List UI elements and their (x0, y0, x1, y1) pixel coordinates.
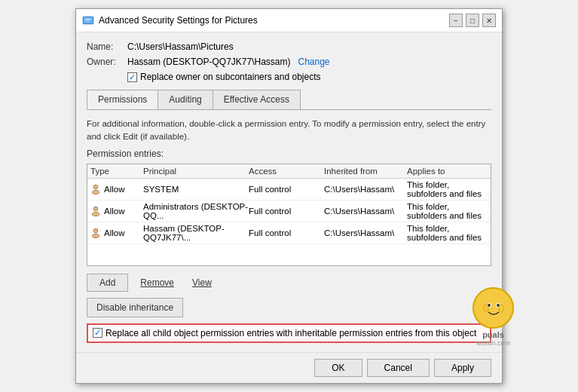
disable-inheritance-wrapper: Disable inheritance (87, 298, 491, 317)
maximize-button[interactable]: □ (466, 14, 479, 27)
owner-label: Owner: (87, 57, 124, 67)
replace-owner-label: Replace owner on subcontainers and objec… (140, 72, 320, 82)
table-row[interactable]: Allow Hassam (DESKTOP-QQ7JK77\... Full c… (87, 222, 491, 244)
remove-button[interactable]: Remove (134, 274, 180, 291)
user-icon (90, 206, 101, 216)
row1-applies: This folder, subfolders and files (407, 180, 488, 198)
user-icon (90, 228, 101, 238)
header-applies: Applies to (407, 167, 488, 176)
svg-rect-3 (85, 20, 90, 21)
description-text: For additional information, double-click… (87, 118, 491, 142)
header-principal: Principal (143, 167, 249, 176)
user-icon (90, 184, 101, 194)
title-controls: − □ ✕ (449, 14, 496, 27)
svg-point-6 (94, 185, 98, 188)
svg-point-11 (93, 212, 99, 216)
row3-applies: This folder, subfolders and files (407, 224, 488, 242)
close-button[interactable]: ✕ (482, 14, 496, 27)
apply-button[interactable]: Apply (434, 359, 491, 377)
header-type: Type (90, 167, 143, 176)
tab-effective-access[interactable]: Effective Access (213, 90, 301, 109)
table-row[interactable]: Allow Administrators (DESKTOP-QQ... Full… (87, 201, 491, 222)
header-access: Access (249, 167, 324, 176)
row1-principal: SYSTEM (143, 185, 249, 194)
row3-inherited: C:\Users\Hassam\ (324, 228, 407, 237)
replace-permissions-row: ✓ Replace all child object permission en… (87, 323, 491, 343)
permission-table: Type Principal Access Inherited from App… (87, 164, 491, 266)
title-bar: Advanced Security Settings for Pictures … (76, 9, 502, 32)
owner-row: Owner: Hassam (DESKTOP-QQ7JK77\Hassam) C… (87, 57, 491, 67)
main-content: Name: C:\Users\Hassam\Pictures Owner: Ha… (76, 32, 502, 351)
row2-applies: This folder, subfolders and files (407, 202, 488, 220)
name-label: Name: (87, 41, 124, 52)
svg-point-14 (94, 228, 98, 232)
perm-entries-label: Permission entries: (87, 149, 491, 159)
window-title: Advanced Security Settings for Pictures (99, 15, 449, 26)
view-button[interactable]: View (186, 274, 218, 291)
owner-value: Hassam (DESKTOP-QQ7JK77\Hassam) (127, 57, 291, 67)
replace-owner-row: ✓ Replace owner on subcontainers and obj… (127, 72, 491, 82)
row2-type: Allow (90, 206, 143, 216)
row2-principal: Administrators (DESKTOP-QQ... (143, 202, 249, 220)
svg-point-7 (93, 190, 99, 194)
bottom-buttons: OK Cancel Apply (76, 352, 502, 383)
name-value: C:\Users\Hassam\Pictures (127, 41, 234, 52)
svg-rect-2 (85, 19, 91, 20)
row1-access: Full control (249, 185, 324, 194)
table-header: Type Principal Access Inherited from App… (87, 164, 491, 179)
replace-owner-checkbox[interactable]: ✓ (127, 72, 137, 82)
svg-point-22 (499, 305, 503, 312)
add-button[interactable]: Add (87, 274, 128, 292)
row1-inherited: C:\Users\Hassam\ (324, 185, 407, 194)
row3-principal: Hassam (DESKTOP-QQ7JK77\... (143, 224, 249, 242)
tab-permissions[interactable]: Permissions (87, 90, 158, 109)
disable-inheritance-button[interactable]: Disable inheritance (87, 298, 183, 317)
row1-type: Allow (90, 184, 143, 194)
replace-permissions-checkbox[interactable]: ✓ (93, 328, 102, 338)
action-buttons-row: Add Remove View (87, 274, 491, 292)
tab-auditing[interactable]: Auditing (157, 90, 213, 109)
minimize-button[interactable]: − (449, 14, 463, 27)
svg-point-10 (94, 207, 98, 210)
row2-inherited: C:\Users\Hassam\ (324, 207, 407, 216)
tabs-row: Permissions Auditing Effective Access (87, 90, 491, 110)
row3-access: Full control (249, 228, 324, 237)
svg-point-15 (93, 234, 99, 237)
table-row[interactable]: Allow SYSTEM Full control C:\Users\Hassa… (87, 179, 491, 201)
watermark: puals wsxdn.com (472, 287, 514, 347)
change-link[interactable]: Change (298, 57, 330, 67)
ok-button[interactable]: OK (314, 359, 362, 377)
replace-permissions-label: Replace all child object permission entr… (106, 328, 476, 338)
main-window: Advanced Security Settings for Pictures … (75, 8, 503, 383)
svg-point-21 (484, 305, 488, 312)
row3-type: Allow (90, 228, 143, 238)
table-empty-space (87, 244, 491, 265)
name-row: Name: C:\Users\Hassam\Pictures (87, 41, 491, 52)
row2-access: Full control (249, 207, 324, 216)
cancel-button[interactable]: Cancel (367, 359, 430, 377)
window-icon (82, 14, 94, 26)
header-inherited: Inherited from (324, 167, 407, 176)
